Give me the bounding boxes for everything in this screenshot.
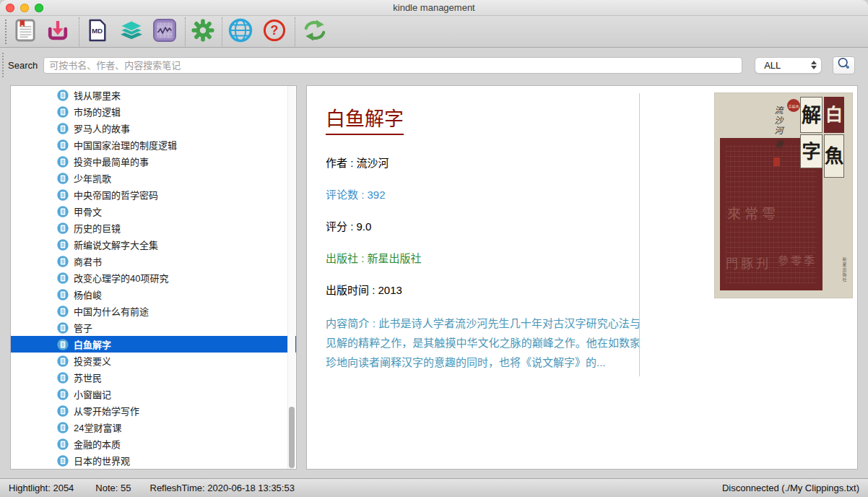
cover-publisher-text: 新星出版社 — [841, 257, 848, 282]
list-item-label: 苏世民 — [74, 371, 102, 384]
note-doc-icon — [57, 422, 69, 433]
markdown-file-icon: MD — [87, 19, 108, 44]
list-item-label: 投资中最简单的事 — [74, 155, 149, 168]
window-title: kindle management — [0, 0, 868, 16]
note-doc-icon — [57, 389, 69, 400]
status-refresh-time: RefleshTime: 2020-06-18 13:35:53 — [150, 483, 295, 493]
globe-icon — [228, 18, 253, 45]
list-item-label: 中国国家治理的制度逻辑 — [74, 138, 177, 152]
settings-button[interactable] — [191, 19, 214, 44]
toolbar-separator — [222, 17, 222, 46]
note-doc-icon — [57, 173, 69, 184]
layers-icon — [120, 20, 143, 43]
gear-icon — [191, 19, 214, 44]
import-button[interactable] — [47, 20, 69, 43]
note-doc-icon — [57, 405, 69, 417]
list-item[interactable]: 甲骨文 — [11, 203, 297, 220]
list-item-label: 日本的世界观 — [74, 454, 130, 467]
list-item[interactable]: 改变心理学的40项研究 — [11, 269, 297, 286]
cover-char-bai: 白 — [824, 97, 844, 133]
scrollbar-track[interactable] — [287, 86, 295, 469]
book-summary: 内容简介 : 此书是诗人学者流沙河先生几十年对古汉字研究心法与见解的精粹之作，是… — [326, 314, 641, 372]
refresh-icon — [303, 20, 327, 43]
note-doc-icon — [57, 90, 69, 101]
note-doc-icon — [57, 222, 69, 234]
cover-seal — [773, 157, 780, 166]
detail-panel: 白鱼解字 作者 : 流沙河 评论数 : 392 评分 : 9.0 出版社 : 新… — [306, 85, 858, 470]
search-drag-handle — [2, 53, 4, 77]
md-label: MD — [92, 27, 103, 35]
list-item[interactable]: 中国为什么有前途 — [11, 303, 297, 319]
list-item[interactable]: 中央帝国的哲学密码 — [11, 186, 297, 203]
list-item[interactable]: 钱从哪里来 — [11, 87, 297, 103]
title-bar: kindle management — [0, 0, 868, 16]
list-item[interactable]: 苏世民 — [11, 369, 297, 386]
scrollbar-thumb[interactable] — [289, 407, 295, 468]
list-item[interactable]: 历史的巨镜 — [11, 220, 297, 236]
list-item[interactable]: 商君书 — [11, 253, 297, 269]
note-doc-icon — [57, 206, 69, 217]
cover-char-jie: 解 — [800, 97, 823, 133]
statistics-icon — [153, 19, 176, 44]
list-item[interactable]: 少年凯歌 — [11, 170, 297, 186]
book-title-link[interactable]: 白鱼解字 — [326, 103, 404, 135]
list-item[interactable]: 投资中最简单的事 — [11, 153, 297, 170]
list-item[interactable]: 小窗幽记 — [11, 386, 297, 402]
note-doc-icon — [57, 272, 69, 284]
list-item[interactable]: 24堂财富课 — [11, 419, 297, 436]
note-doc-icon — [57, 438, 69, 450]
status-connection: Disconnected (./My Clippings.txt) — [722, 483, 859, 493]
web-button[interactable] — [228, 18, 253, 45]
cover-char-zi: 字 — [800, 134, 823, 168]
toolbar-separator — [295, 17, 295, 46]
list-item[interactable]: 金融的本质 — [11, 436, 297, 452]
status-highlight-count: Hightlight: 2054 — [9, 483, 74, 493]
layers-button[interactable] — [120, 20, 143, 43]
help-button[interactable]: ? — [263, 19, 286, 44]
list-item[interactable]: 从零开始学写作 — [11, 402, 297, 419]
list-item[interactable]: 市场的逻辑 — [11, 103, 297, 120]
book-pub-year: 出版时间 : 2013 — [326, 282, 641, 297]
list-item[interactable]: 新编说文解字大全集 — [11, 236, 297, 253]
list-item[interactable]: 杨伯峻 — [11, 286, 297, 303]
search-bar: Search ALL — [0, 48, 868, 82]
list-item-label: 少年凯歌 — [74, 171, 111, 185]
list-item[interactable]: 中国国家治理的制度逻辑 — [11, 137, 297, 153]
list-item[interactable]: 管子 — [11, 319, 297, 336]
list-item-label: 投资要义 — [74, 354, 111, 368]
list-item[interactable]: 日本的世界观 — [11, 452, 297, 469]
import-icon — [47, 20, 69, 43]
cover-char-yu: 魚 — [824, 134, 844, 178]
cover-signature: 流沙河 著 — [772, 105, 784, 150]
statistics-button[interactable] — [153, 19, 176, 44]
note-doc-icon — [57, 322, 69, 334]
book-list: 钱从哪里来 市场的逻辑 罗马人的故事 中国国家治理的 — [11, 87, 287, 469]
list-item-label: 白鱼解字 — [74, 337, 111, 351]
notes-button[interactable] — [15, 19, 35, 44]
app-window: kindle management — [0, 0, 868, 497]
search-button[interactable] — [833, 56, 855, 74]
list-item-label: 中国为什么有前途 — [74, 304, 149, 318]
list-item-label: 小窗幽记 — [74, 387, 111, 401]
list-item-label: 中央帝国的哲学密码 — [74, 188, 158, 202]
toolbar: MD — [0, 16, 868, 48]
list-item-label: 新编说文解字大全集 — [74, 238, 158, 251]
refresh-button[interactable] — [303, 20, 327, 43]
list-item[interactable]: 投资要义 — [11, 353, 297, 369]
list-item[interactable]: 罗马人的故事 — [11, 120, 297, 137]
note-doc-icon — [57, 239, 69, 251]
book-cover-image: 來常雩 參零季 門豚刋 解 字 白 魚 手編本 流沙河 著 新星出版社 — [714, 92, 853, 298]
list-item-label: 金融的本质 — [74, 437, 121, 451]
list-item[interactable]: 白鱼解字 — [11, 336, 297, 353]
filter-dropdown[interactable]: ALL — [755, 57, 822, 74]
note-doc-icon — [57, 139, 69, 151]
note-doc-icon — [57, 106, 69, 118]
search-input[interactable] — [43, 57, 742, 74]
search-label: Search — [8, 60, 38, 71]
toolbar-drag-handle[interactable] — [5, 20, 6, 44]
markdown-export-button[interactable]: MD — [87, 19, 108, 44]
list-item-label: 历史的巨镜 — [74, 221, 121, 235]
list-item-label: 改变心理学的40项研究 — [74, 271, 168, 285]
toolbar-separator — [79, 17, 79, 46]
list-item-label: 杨伯峻 — [74, 288, 102, 301]
